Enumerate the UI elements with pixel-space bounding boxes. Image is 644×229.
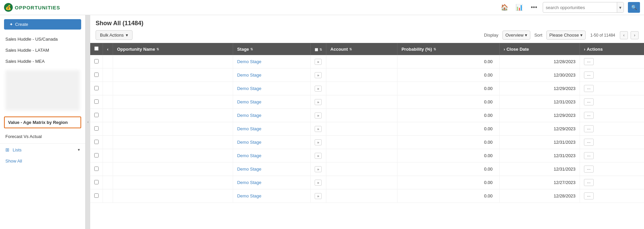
sort-value: Please Choose [549, 33, 579, 38]
row-account [326, 189, 397, 203]
row-stage-arrow-button[interactable]: » [315, 72, 321, 78]
row-stage-arrow-cell: » [311, 136, 326, 149]
actions-arrow-icon: › [584, 47, 585, 52]
table-container: ‹ Opportunity Name ⇅ Stage ⇅ [90, 43, 644, 229]
row-opp-name [113, 136, 233, 149]
row-stage-arrow-cell: » [311, 176, 326, 189]
row-stage-arrow-button[interactable]: » [315, 153, 321, 159]
row-probability: 0.00 [397, 95, 499, 109]
row-stage-arrow-button[interactable]: » [315, 126, 321, 132]
create-label: Create [15, 22, 28, 27]
sidebar-show-all[interactable]: Show All [0, 156, 85, 166]
sidebar-item-sales-huddle-us-canada[interactable]: Sales Huddle - US/Canada [0, 34, 85, 45]
chart-button[interactable]: 📊 [513, 1, 525, 13]
th-collapse-col: ‹ [103, 43, 113, 55]
row-actions-button[interactable]: ··· [584, 192, 594, 199]
row-actions-cell: ··· [580, 82, 644, 95]
pagination-info: 1-50 of 11484 [590, 33, 615, 38]
row-checkbox[interactable] [94, 59, 99, 63]
row-actions-button[interactable]: ··· [584, 152, 594, 159]
row-checkbox[interactable] [94, 99, 99, 104]
collapse-arrow-icon: ‹ [88, 120, 89, 124]
row-stage[interactable]: Demo Stage [233, 189, 310, 203]
row-stage[interactable]: Demo Stage [233, 95, 310, 109]
search-dropdown-button[interactable]: ▾ [617, 2, 624, 12]
row-checkbox-cell [90, 95, 103, 109]
sidebar-item-sales-huddle-latam[interactable]: Sales Huddle - LATAM [0, 45, 85, 56]
page-title: Show All (11484) [96, 20, 639, 27]
row-actions-button[interactable]: ··· [584, 166, 594, 173]
row-checkbox[interactable] [94, 193, 99, 198]
sidebar-lists-header[interactable]: ⊞ Lists ▾ [0, 144, 85, 156]
row-stage[interactable]: Demo Stage [233, 122, 310, 136]
row-stage[interactable]: Demo Stage [233, 149, 310, 163]
sidebar-item-forecast-vs-actual[interactable]: Forecast Vs Actual [0, 131, 85, 142]
row-actions-button[interactable]: ··· [584, 112, 594, 119]
search-button[interactable]: 🔍 [628, 2, 640, 13]
row-account [326, 55, 397, 68]
create-button[interactable]: ✦ Create [4, 19, 81, 30]
row-stage-arrow-button[interactable]: » [315, 99, 321, 105]
row-actions-button[interactable]: ··· [584, 125, 594, 132]
row-checkbox[interactable] [94, 167, 99, 171]
row-stage[interactable]: Demo Stage [233, 82, 310, 95]
sidebar-collapse-handle[interactable]: ‹ [86, 15, 90, 229]
display-select[interactable]: Overview ▾ [502, 31, 530, 40]
sort-select[interactable]: Please Choose ▾ [546, 31, 586, 40]
row-stage-arrow-button[interactable]: » [315, 180, 321, 186]
row-checkbox[interactable] [94, 113, 99, 117]
row-actions-button[interactable]: ··· [584, 72, 594, 79]
table-row: Demo Stage » 0.00 12/27/2023 ··· [90, 176, 644, 189]
main-toolbar: Bulk Actions ▾ Display Overview ▾ Sort P… [96, 30, 639, 40]
next-icon: › [634, 33, 635, 38]
bulk-actions-button[interactable]: Bulk Actions ▾ [96, 30, 132, 40]
row-actions-button[interactable]: ··· [584, 85, 594, 92]
th-account[interactable]: Account ⇅ [326, 43, 397, 55]
row-stage[interactable]: Demo Stage [233, 176, 310, 189]
select-all-checkbox[interactable] [94, 46, 99, 51]
sidebar-active-item-value-age-matrix[interactable]: Value - Age Matrix by Region [4, 117, 81, 128]
sidebar-item-sales-huddle-mea[interactable]: Sales Huddle - MEA [0, 56, 85, 67]
row-opp-name [113, 189, 233, 203]
row-checkbox[interactable] [94, 126, 99, 131]
row-actions-button[interactable]: ··· [584, 98, 594, 105]
row-stage-arrow-button[interactable]: » [315, 139, 321, 145]
row-actions-cell: ··· [580, 163, 644, 176]
bulk-actions-chevron-icon: ▾ [126, 33, 128, 38]
row-stage[interactable]: Demo Stage [233, 163, 310, 176]
row-checkbox-cell [90, 68, 103, 82]
row-stage-arrow-button[interactable]: » [315, 166, 321, 172]
row-checkbox[interactable] [94, 86, 99, 90]
th-opportunity-name[interactable]: Opportunity Name ⇅ [113, 43, 233, 55]
row-stage[interactable]: Demo Stage [233, 136, 310, 149]
row-checkbox[interactable] [94, 140, 99, 144]
row-actions-button[interactable]: ··· [584, 58, 594, 65]
row-stage-arrow-button[interactable]: » [315, 86, 321, 92]
th-stage[interactable]: Stage ⇅ [233, 43, 310, 55]
row-probability: 0.00 [397, 82, 499, 95]
row-stage-arrow-button[interactable]: » [315, 193, 321, 199]
row-collapse-cell [103, 136, 113, 149]
th-close-date[interactable]: › Close Date [499, 43, 580, 55]
row-stage-arrow-cell: » [311, 122, 326, 136]
th-probability[interactable]: Probability (%) ⇅ [397, 43, 499, 55]
row-stage[interactable]: Demo Stage [233, 109, 310, 122]
row-stage-arrow-button[interactable]: » [315, 112, 321, 119]
row-probability: 0.00 [397, 55, 499, 68]
row-stage[interactable]: Demo Stage [233, 55, 310, 68]
row-stage-arrow-button[interactable]: » [315, 59, 321, 65]
home-button[interactable]: 🏠 [498, 1, 511, 13]
search-input[interactable] [543, 5, 617, 10]
row-stage[interactable]: Demo Stage [233, 68, 310, 82]
table-row: Demo Stage » 0.00 12/29/2023 ··· [90, 82, 644, 95]
pagination-prev-button[interactable]: ‹ [620, 31, 628, 39]
more-button[interactable]: ••• [528, 1, 540, 13]
row-checkbox[interactable] [94, 180, 99, 184]
row-actions-button[interactable]: ··· [584, 179, 594, 186]
pagination-next-button[interactable]: › [631, 31, 639, 39]
row-actions-button[interactable]: ··· [584, 139, 594, 146]
row-actions-cell: ··· [580, 136, 644, 149]
row-checkbox[interactable] [94, 153, 99, 157]
row-checkbox[interactable] [94, 73, 99, 77]
row-checkbox-cell [90, 149, 103, 163]
